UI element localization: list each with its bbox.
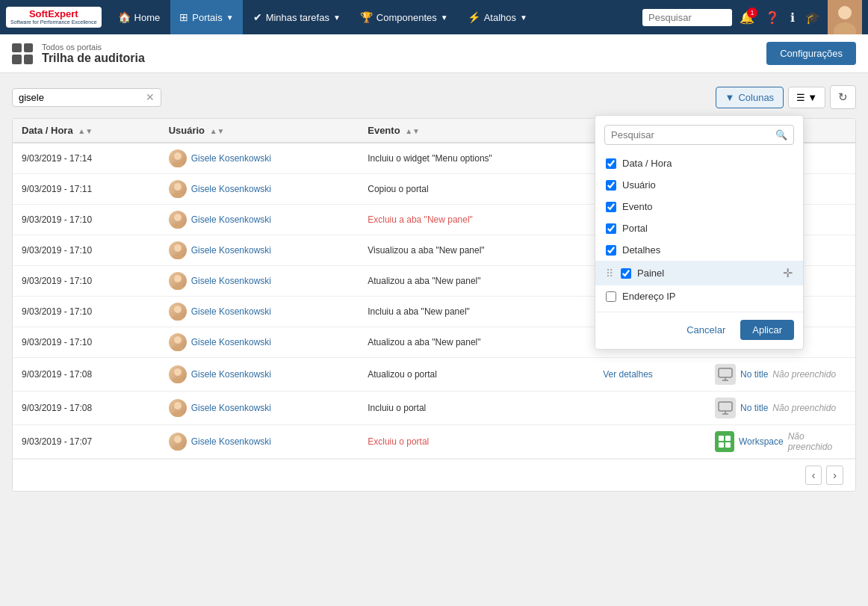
col-label-datetime: Data / Hora	[622, 158, 672, 169]
user-avatar-small	[169, 180, 187, 198]
clear-search-button[interactable]: ✕	[146, 92, 155, 102]
cell-event: Atualizou o portal	[359, 358, 594, 392]
svg-point-22	[174, 402, 182, 409]
logo[interactable]: SoftExpert Software for Performance Exce…	[6, 7, 102, 28]
col-item-detalhes[interactable]: Detalhes	[595, 239, 803, 261]
user-link[interactable]: Gisele Kosenkowski	[191, 245, 271, 256]
cell-datetime: 9/03/2019 - 17:10	[13, 266, 160, 297]
toolbar-right: ▼ Colunas ☰ ▼ ↻	[716, 85, 856, 109]
col-dropdown-search-input[interactable]	[611, 129, 775, 140]
nav-tarefas[interactable]: ✔ Minhas tarefas ▼	[244, 0, 350, 34]
col-checkbox-portal[interactable]	[606, 223, 616, 234]
help-button[interactable]: ❓	[762, 7, 783, 28]
user-avatar-small	[169, 365, 187, 383]
col-dropdown-search-box[interactable]: 🔍	[604, 125, 794, 145]
portais-icon: ⊞	[179, 11, 188, 23]
col-checkbox-ip[interactable]	[606, 291, 616, 302]
col-checkbox-evento[interactable]	[606, 202, 616, 212]
svg-point-28	[171, 445, 185, 451]
user-avatar-small	[169, 433, 187, 451]
user-avatar-small	[169, 149, 187, 167]
search-filter-input[interactable]	[19, 92, 146, 103]
svg-rect-29	[719, 436, 724, 441]
page-header-left: Todos os portais Trilha de auditoria	[12, 43, 145, 65]
user-link[interactable]: Gisele Kosenkowski	[191, 403, 271, 413]
columns-button[interactable]: ▼ Colunas	[716, 87, 784, 108]
col-item-evento[interactable]: Evento	[595, 196, 803, 217]
user-avatar[interactable]	[828, 0, 862, 34]
view-button[interactable]: ☰ ▼	[788, 87, 825, 108]
cell-event: Incluiu a aba "New panel"	[359, 297, 594, 327]
user-avatar-small	[169, 303, 187, 321]
nav-componentes-label: Componentes	[376, 12, 437, 23]
user-link[interactable]: Gisele Kosenkowski	[191, 214, 271, 225]
col-datetime[interactable]: Data / Hora ▲▼	[13, 119, 160, 143]
prev-page-button[interactable]: ‹	[805, 466, 822, 485]
cell-user: Gisele Kosenkowski	[160, 425, 359, 459]
user-link[interactable]: Gisele Kosenkowski	[191, 369, 271, 380]
svg-rect-30	[725, 436, 731, 441]
col-event[interactable]: Evento ▲▼	[359, 119, 594, 143]
col-checkbox-painel[interactable]	[621, 268, 631, 279]
cell-painel: No title Não preenchido	[706, 358, 855, 392]
user-link[interactable]: Gisele Kosenkowski	[191, 436, 271, 447]
navbar-search-input[interactable]	[642, 9, 732, 26]
nav-componentes[interactable]: 🏆 Componentes ▼	[351, 0, 457, 34]
atalhos-icon: ⚡	[468, 11, 480, 23]
svg-point-5	[174, 183, 182, 191]
col-checkbox-datetime[interactable]	[606, 158, 616, 169]
breadcrumb: Todos os portais Trilha de auditoria	[42, 43, 145, 65]
user-link[interactable]: Gisele Kosenkowski	[191, 276, 271, 286]
cell-painel: No title Não preenchido	[706, 392, 855, 425]
user-link[interactable]: Gisele Kosenkowski	[191, 337, 271, 347]
cell-details: Ver detalhes	[594, 358, 706, 392]
user-link[interactable]: Gisele Kosenkowski	[191, 306, 271, 317]
toolbar: ✕ ▼ Colunas ☰ ▼ ↻	[12, 85, 856, 109]
nav-home[interactable]: 🏠 Home	[109, 0, 170, 34]
col-item-datetime[interactable]: Data / Hora	[595, 152, 803, 174]
portal-link[interactable]: Workspace	[739, 436, 784, 447]
nav-portais[interactable]: ⊞ Portais ▼	[170, 0, 242, 34]
cancel-button[interactable]: Cancelar	[678, 320, 734, 340]
graduation-button[interactable]: 🎓	[802, 7, 823, 28]
notifications-button[interactable]: 🔔 1	[737, 7, 757, 28]
info-button[interactable]: ℹ	[787, 7, 798, 28]
apply-button[interactable]: Aplicar	[740, 320, 794, 340]
navbar: SoftExpert Software for Performance Exce…	[0, 0, 868, 34]
svg-point-27	[174, 436, 182, 443]
svg-rect-24	[719, 402, 732, 411]
user-link[interactable]: Gisele Kosenkowski	[191, 184, 271, 194]
search-filter-box[interactable]: ✕	[12, 88, 161, 107]
col-label-detalhes: Detalhes	[622, 244, 660, 256]
user-avatar-small	[169, 241, 187, 259]
col-item-painel[interactable]: ⠿ Painel ✛	[595, 261, 803, 285]
componentes-chevron-icon: ▼	[441, 13, 448, 22]
col-item-usuario[interactable]: Usuário	[595, 174, 803, 196]
cell-event: Visualizou a aba "New panel"	[359, 235, 594, 266]
col-item-portal[interactable]: Portal	[595, 217, 803, 239]
next-page-button[interactable]: ›	[826, 466, 843, 485]
portal-link[interactable]: No title	[740, 403, 768, 413]
config-button[interactable]: Configurações	[766, 42, 856, 65]
tarefas-chevron-icon: ▼	[333, 13, 341, 22]
componentes-icon: 🏆	[360, 11, 373, 23]
svg-point-12	[171, 285, 185, 290]
cell-event: Atualizou a aba "New panel"	[359, 266, 594, 297]
user-link[interactable]: Gisele Kosenkowski	[191, 153, 271, 164]
list-icon: ☰	[796, 92, 805, 103]
cell-event: Atualizou a aba "New panel"	[359, 327, 594, 358]
drag-handle-icon[interactable]: ⠿	[606, 268, 613, 279]
nav-atalhos[interactable]: ⚡ Atalhos ▼	[459, 0, 536, 34]
col-user[interactable]: Usuário ▲▼	[160, 119, 359, 143]
svg-rect-19	[719, 368, 732, 377]
nav-home-label: Home	[134, 12, 161, 23]
view-chevron-icon: ▼	[807, 92, 817, 103]
refresh-button[interactable]: ↻	[830, 85, 856, 109]
col-checkbox-usuario[interactable]	[606, 180, 616, 191]
col-item-ip[interactable]: Endereço IP	[595, 285, 803, 307]
svg-rect-31	[719, 442, 724, 448]
cell-datetime: 9/03/2019 - 17:10	[13, 205, 160, 235]
col-checkbox-detalhes[interactable]	[606, 245, 616, 256]
detail-link[interactable]: Ver detalhes	[603, 369, 653, 380]
portal-link[interactable]: No title	[740, 369, 768, 380]
